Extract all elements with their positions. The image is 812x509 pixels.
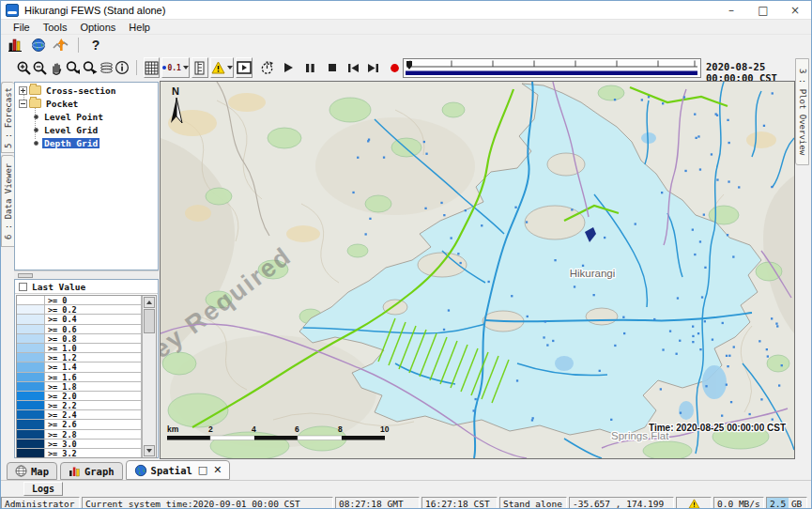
contour-label-dropdown[interactable]: 0.1 (161, 57, 189, 78)
sidebar-tab-data-viewer[interactable]: 6 : Data Viewer (1, 155, 14, 247)
dot-icon (162, 66, 166, 69)
menu-help[interactable]: Help (122, 22, 157, 33)
tree-item-pocket[interactable]: Pocket (15, 98, 158, 109)
legend-label: >= 3.2 (45, 449, 142, 457)
logs-button[interactable]: Logs (23, 482, 63, 496)
map-view[interactable]: API Key Required API Key Required (160, 81, 795, 459)
sidebar-tab-forecast[interactable]: 5 : Forecast (1, 82, 14, 153)
legend-row[interactable]: >= 1.2 (17, 353, 142, 362)
globe-display-icon[interactable] (27, 36, 50, 54)
pan-hand-icon[interactable] (48, 57, 64, 78)
step-forward-button[interactable] (365, 57, 381, 78)
tab-close-icon[interactable]: ✕ (213, 464, 222, 476)
movie-export-button[interactable] (236, 57, 253, 78)
legend-swatch (17, 344, 45, 352)
status-user: Administrator (1, 497, 80, 509)
legend-row[interactable]: >= 0 (17, 296, 142, 305)
legend-row[interactable]: >= 2.4 (17, 410, 142, 420)
legend-row[interactable]: >= 1.6 (17, 373, 142, 382)
layers-icon[interactable] (99, 57, 115, 78)
legend-row[interactable]: >= 1.0 (17, 344, 142, 353)
scroll-down-icon[interactable] (144, 445, 155, 456)
zoom-out-icon[interactable] (32, 57, 48, 78)
status-warning-cell[interactable] (676, 497, 712, 509)
legend-row[interactable]: >= 2.8 (17, 430, 142, 440)
legend-row[interactable]: >= 2.2 (17, 401, 142, 410)
database-display-icon[interactable] (5, 36, 27, 54)
warning-threshold-dropdown[interactable] (210, 57, 234, 78)
toolbar-separator (136, 60, 137, 75)
last-value-checkbox[interactable] (19, 283, 27, 291)
menu-tools[interactable]: Tools (37, 22, 74, 33)
legend-swatch (17, 382, 45, 391)
zoom-next-icon[interactable] (82, 57, 99, 78)
scroll-up-icon[interactable] (144, 297, 155, 308)
legend-swatch (17, 296, 45, 304)
tree-item-level-grid[interactable]: Level Grid (15, 124, 158, 135)
bar-chart-icon (69, 466, 81, 477)
north-label: N (172, 85, 179, 97)
app-logo-icon (6, 4, 19, 17)
legend-row[interactable]: >= 0.2 (17, 305, 142, 315)
logs-row: Logs (1, 480, 811, 497)
scrollbar-thumb[interactable] (144, 309, 155, 333)
panel-splitter[interactable] (14, 270, 159, 279)
legend-row[interactable]: >= 3.2 (17, 449, 142, 458)
tree-item-level-point[interactable]: Level Point (15, 111, 158, 122)
title-bar: Hikurangi FEWS (Stand alone) – □ × (1, 1, 811, 20)
warning-icon (688, 499, 700, 509)
legend-row[interactable]: >= 0.8 (17, 334, 142, 344)
status-mode: Stand alone (499, 497, 567, 509)
maximize-button[interactable]: □ (747, 1, 779, 19)
tab-spatial[interactable]: Spatial □ ✕ (126, 460, 231, 480)
chevron-down-icon (227, 66, 233, 69)
step-back-button[interactable] (345, 57, 360, 78)
help-button[interactable]: ? (84, 36, 107, 54)
legend-row[interactable]: >= 2.0 (17, 392, 142, 401)
legend-scrollbar[interactable] (142, 296, 156, 457)
contour-label-value: 0.1 (167, 64, 180, 72)
tab-maximize-icon[interactable]: □ (198, 464, 207, 476)
animation-settings-icon[interactable] (259, 57, 275, 78)
pause-button[interactable] (302, 57, 318, 78)
expand-icon[interactable] (19, 86, 27, 95)
legend-swatch (17, 353, 45, 362)
stop-button[interactable] (324, 57, 340, 78)
zoom-in-icon[interactable] (16, 57, 32, 78)
collapse-icon[interactable] (19, 100, 27, 108)
timeline-slider[interactable] (403, 58, 701, 78)
legend-row[interactable]: >= 0.4 (17, 315, 142, 324)
chevron-down-icon (183, 66, 189, 69)
grid-display-button[interactable] (144, 57, 161, 78)
legend-row[interactable]: >= 0.6 (17, 325, 142, 334)
legend-row[interactable]: >= 1.8 (17, 382, 142, 392)
menu-file[interactable]: File (7, 22, 37, 33)
splitter-grip[interactable] (18, 273, 33, 278)
map-time-label: Time: 2020-08-25 00:00:00 CST (649, 423, 786, 433)
bullet-icon (34, 128, 38, 132)
close-button[interactable]: × (779, 1, 811, 19)
bottom-tab-bar: Map Graph Spatial □ ✕ (1, 459, 811, 480)
menu-options[interactable]: Options (73, 22, 122, 33)
sidebar-tab-plot-overview[interactable]: 3 : Plot Overview (795, 58, 809, 165)
tree-item-cross-section[interactable]: Cross-section (15, 85, 158, 96)
legend-label: >= 2.0 (45, 392, 142, 400)
toolbar-separator (78, 38, 79, 53)
legend-panel: Last Value >= 0>= 0.2>= 0.4>= 0.6>= 0.8>… (14, 279, 159, 458)
record-button[interactable] (387, 57, 403, 78)
tab-map[interactable]: Map (7, 462, 57, 480)
legend-row[interactable]: >= 3.0 (17, 440, 142, 449)
profile-scale-button[interactable] (192, 57, 208, 78)
info-icon[interactable] (115, 57, 130, 78)
tree-item-depth-grid[interactable]: Depth Grid (15, 137, 158, 148)
tab-graph[interactable]: Graph (60, 462, 123, 480)
bullet-icon (34, 141, 38, 146)
legend-row[interactable]: >= 1.4 (17, 362, 142, 372)
minimize-button[interactable]: – (715, 1, 747, 19)
legend-row[interactable]: >= 2.6 (17, 420, 142, 429)
legend-table: >= 0>= 0.2>= 0.4>= 0.6>= 0.8>= 1.0>= 1.2… (17, 296, 142, 458)
status-memory[interactable]: 2.5 GB (766, 497, 807, 509)
zoom-previous-icon[interactable] (65, 57, 82, 78)
play-button[interactable] (281, 57, 297, 78)
spatial-display-icon[interactable] (50, 36, 72, 54)
